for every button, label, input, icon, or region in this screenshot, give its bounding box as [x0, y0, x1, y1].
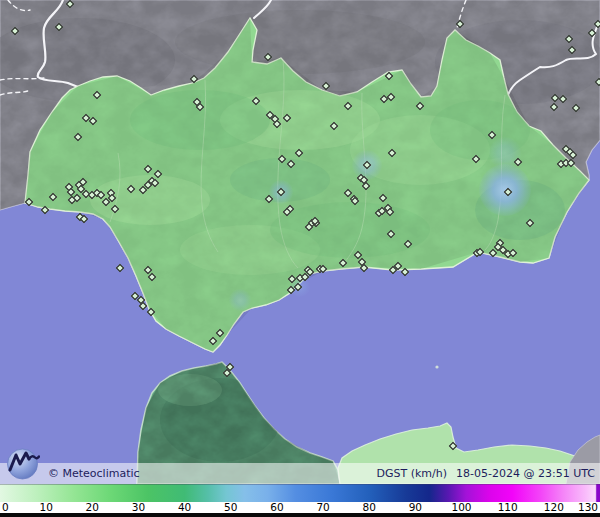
colorbar-tick: 120: [544, 501, 564, 513]
colorbar-tick: 60: [270, 501, 283, 513]
variable-label: DGST (km/h): [377, 467, 448, 480]
meteoclimatic-logo[interactable]: [6, 447, 40, 481]
colorbar-tick: 20: [86, 501, 99, 513]
wind-scale-colorbar: [0, 484, 600, 502]
colorbar-tick-row: 0102030405060708090100110120130: [0, 502, 600, 513]
copyright-text: © Meteoclimatic: [48, 467, 140, 480]
bottom-border-strip: [0, 513, 600, 517]
map-canvas: [0, 0, 600, 517]
colorbar-tick: 80: [363, 501, 376, 513]
colorbar-tick: 50: [224, 501, 237, 513]
attribution-bar: © Meteoclimatic DGST (km/h) 18-05-2024 @…: [0, 463, 600, 484]
colorbar-tick: 130: [578, 501, 598, 513]
colorbar-tick: 40: [178, 501, 191, 513]
colorbar-tick: 10: [39, 501, 52, 513]
colorbar-tick: 30: [132, 501, 145, 513]
alboran-island: [435, 365, 438, 368]
colorbar-tick: 90: [409, 501, 422, 513]
colorbar-tick: 110: [498, 501, 518, 513]
map-title: DGST (km/h) 18-05-2024 @ 23:51 UTC: [377, 467, 595, 480]
colorbar-tick: 0: [2, 501, 9, 513]
datetime-label: 18-05-2024 @ 23:51 UTC: [456, 467, 595, 480]
colorbar-tick: 100: [452, 501, 472, 513]
colorbar-tick: 70: [316, 501, 329, 513]
weather-map-screen: © Meteoclimatic DGST (km/h) 18-05-2024 @…: [0, 0, 600, 517]
